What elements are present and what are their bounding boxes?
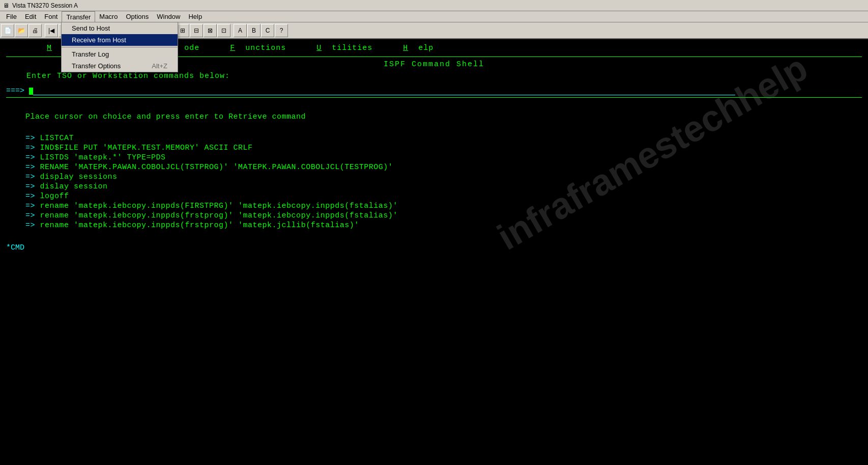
- transfer-options-shortcut: Alt+Z: [152, 62, 167, 70]
- cmd-line-6[interactable]: => logoff: [6, 192, 862, 201]
- btn-help[interactable]: ?: [275, 24, 288, 37]
- cmd-line-2[interactable]: => LISTDS 'matepk.*' TYPE=PDS: [6, 153, 862, 162]
- cmd-line-1[interactable]: => IND$FILE PUT 'MATEPK.TEST.MEMORY' ASC…: [6, 144, 862, 152]
- title-bar: 🖥 Vista TN3270 Session A: [0, 0, 868, 11]
- print-button[interactable]: 🖨: [28, 24, 42, 37]
- menu-font[interactable]: Font: [40, 11, 62, 22]
- receive-from-host-item[interactable]: Receive from Host: [62, 34, 178, 46]
- terminal-prompt: ===>: [6, 87, 24, 95]
- open-button[interactable]: 📂: [15, 24, 28, 37]
- cmd-line-5[interactable]: => dislay session: [6, 182, 862, 191]
- menu-edit[interactable]: Edit: [21, 11, 40, 22]
- cmd-line-9[interactable]: => rename 'matepk.iebcopy.inppds(frstpro…: [6, 221, 862, 230]
- terminal-input-line[interactable]: ===>: [6, 87, 862, 95]
- terminal-retrieve-msg: Place cursor on choice and press enter t…: [6, 113, 862, 121]
- grid4-button[interactable]: ⊡: [217, 24, 230, 37]
- title-text: Vista TN3270 Session A: [12, 2, 78, 9]
- btn-b[interactable]: B: [247, 24, 261, 37]
- transfer-options-item[interactable]: Transfer Options Alt+Z: [62, 60, 178, 72]
- menu-options[interactable]: Options: [122, 11, 153, 22]
- terminal-section-divider: [6, 97, 862, 98]
- menu-help[interactable]: Help: [184, 11, 206, 22]
- cursor-blink: [29, 88, 33, 95]
- transfer-log-item[interactable]: Transfer Log: [62, 48, 178, 60]
- btn-a[interactable]: A: [234, 24, 247, 37]
- menu-file[interactable]: File: [2, 11, 21, 22]
- terminal-input-underline: [33, 87, 735, 95]
- cmd-line-3[interactable]: => RENAME 'MATEPK.PAWAN.COBOLJCL(TSTPROG…: [6, 163, 862, 172]
- app-icon: 🖥: [3, 2, 9, 9]
- back-button[interactable]: |◀: [45, 24, 58, 37]
- menu-bar: File Edit Font Transfer Macro Options Wi…: [0, 11, 868, 22]
- menu-window[interactable]: Window: [153, 11, 184, 22]
- send-to-host-item[interactable]: Send to Host: [62, 22, 178, 34]
- grid2-button[interactable]: ⊟: [190, 24, 203, 37]
- btn-c[interactable]: C: [261, 24, 274, 37]
- grid3-button[interactable]: ⊠: [204, 24, 217, 37]
- terminal-subtitle: Enter TSO or Workstation commands below:: [6, 72, 862, 80]
- cmd-line-7[interactable]: => rename 'matepk.iebcopy.inppds(FIRSTPR…: [6, 202, 862, 210]
- cmd-line-8[interactable]: => rename 'matepk.iebcopy.inppds(frstpro…: [6, 211, 862, 220]
- new-button[interactable]: 📄: [1, 24, 14, 37]
- terminal-bottom-cmd: *CMD: [6, 243, 862, 252]
- menu-transfer[interactable]: Transfer: [62, 11, 95, 22]
- dropdown-separator: [62, 47, 178, 47]
- transfer-dropdown-menu: Send to Host Receive from Host Transfer …: [61, 22, 178, 72]
- cmd-line-4[interactable]: => display sessions: [6, 173, 862, 181]
- cmd-line-0[interactable]: => LISTCAT: [6, 134, 862, 143]
- terminal-area: infraframestechhelp Menu List Mode Funct…: [0, 40, 868, 465]
- menu-macro[interactable]: Macro: [95, 11, 122, 22]
